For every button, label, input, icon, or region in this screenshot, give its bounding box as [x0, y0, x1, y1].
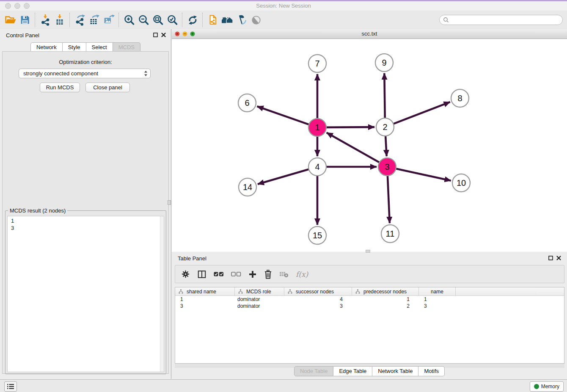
column-header-name[interactable]: name — [419, 287, 456, 295]
graph-node-2[interactable]: 2 — [376, 118, 394, 136]
close-panel-icon[interactable] — [161, 33, 166, 37]
column-header-shared-name[interactable]: shared name — [175, 287, 235, 295]
table-tabs: Node TableEdge TableNetwork TableMotifs — [172, 366, 567, 376]
graph-edge-2-3[interactable] — [385, 135, 387, 156]
network-window-titlebar[interactable]: scc.txt — [172, 29, 567, 39]
fit-content-icon[interactable] — [151, 13, 165, 27]
float-table-panel-icon[interactable] — [548, 256, 553, 260]
zoom-selected-icon[interactable] — [165, 13, 179, 27]
graph-edge-1-2[interactable] — [325, 127, 374, 127]
add-column-icon[interactable] — [248, 270, 257, 279]
mcds-result-item: 1 — [11, 217, 164, 224]
result-scrollbar[interactable] — [160, 216, 164, 372]
export-table-icon[interactable] — [87, 13, 102, 27]
graph-node-11[interactable]: 11 — [381, 225, 399, 243]
graph-node-6[interactable]: 6 — [238, 94, 256, 112]
table-cell[interactable]: 2 — [352, 303, 419, 309]
table-cell[interactable]: 3 — [284, 303, 352, 309]
table-cell[interactable]: dominator — [235, 296, 284, 303]
save-session-icon[interactable] — [18, 13, 32, 27]
tab-node-table[interactable]: Node Table — [294, 366, 334, 376]
table-cell[interactable]: 4 — [284, 296, 352, 303]
task-history-button[interactable] — [4, 381, 17, 392]
graph-node-label: 11 — [386, 229, 395, 238]
memory-button[interactable]: Memory — [530, 381, 564, 392]
tab-network-table[interactable]: Network Table — [372, 366, 418, 376]
search-input[interactable] — [449, 17, 559, 23]
export-image-icon[interactable] — [102, 13, 116, 27]
table-toolbar: f(x) — [175, 265, 564, 283]
select-all-checkboxes-icon[interactable] — [214, 271, 224, 277]
vertical-splitter-handle[interactable] — [168, 200, 171, 205]
graph-node-label: 6 — [245, 98, 249, 108]
table-cell[interactable]: 3 — [175, 303, 235, 309]
zoom-in-icon[interactable] — [122, 13, 136, 27]
column-header-MCDS-role[interactable]: MCDS role — [235, 287, 284, 295]
graph-node-9[interactable]: 9 — [375, 54, 393, 72]
mcds-result-item: 3 — [11, 224, 164, 232]
run-mcds-button[interactable]: Run MCDS — [40, 83, 80, 92]
node-table: shared nameMCDS rolesuccessor nodesprede… — [175, 287, 564, 364]
style-preview-icon[interactable] — [234, 13, 249, 27]
table-cell[interactable]: 1 — [352, 296, 419, 303]
graph-node-14[interactable]: 14 — [239, 178, 256, 196]
table-cell[interactable]: 1 — [175, 296, 235, 303]
graph-edge-3-1[interactable] — [327, 133, 381, 163]
network-canvas[interactable]: 7968124314101511 — [172, 39, 567, 252]
float-panel-icon[interactable] — [153, 33, 158, 37]
apply-function-icon: f(x) — [296, 270, 308, 279]
clone-network-icon[interactable] — [206, 13, 220, 27]
close-panel-button[interactable]: Close panel — [85, 83, 130, 92]
import-network-icon[interactable] — [38, 13, 52, 27]
graph-edge-3-11[interactable] — [388, 174, 390, 223]
graph-edge-2-9[interactable] — [384, 73, 385, 119]
graph-node-4[interactable]: 4 — [308, 158, 326, 176]
graph-node-label: 4 — [315, 162, 319, 171]
criterion-select[interactable]: strongly connected component — [19, 69, 151, 78]
deselect-all-checkboxes-icon[interactable] — [231, 271, 241, 277]
toolbar-separator — [35, 13, 36, 27]
window-title: Session: New Session — [0, 3, 567, 9]
settings-gear-icon[interactable] — [181, 270, 190, 279]
mcds-result-title: MCDS result (2 nodes) — [8, 207, 67, 214]
graph-node-15[interactable]: 15 — [308, 226, 326, 244]
column-header-predecessor-nodes[interactable]: predecessor nodes — [352, 287, 419, 295]
graph-node-label: 1 — [315, 123, 319, 132]
import-table-icon[interactable] — [52, 13, 67, 27]
graph-edge-2-8[interactable] — [392, 102, 450, 124]
graph-node-10[interactable]: 10 — [452, 174, 470, 192]
table-row[interactable]: 3dominator323 — [175, 303, 564, 309]
tab-edge-table[interactable]: Edge Table — [333, 366, 372, 376]
show-graphics-details-icon[interactable] — [249, 13, 263, 27]
table-panel-title: Table Panel — [178, 255, 206, 262]
graph-node-3[interactable]: 3 — [378, 158, 396, 176]
export-network-icon[interactable] — [73, 13, 87, 27]
table-cell[interactable]: 3 — [419, 303, 456, 309]
horizontal-splitter-handle[interactable] — [366, 250, 370, 253]
delete-column-icon[interactable] — [264, 270, 272, 279]
graph-node-label: 7 — [315, 59, 319, 68]
show-column-icon[interactable] — [197, 270, 206, 279]
tab-motifs[interactable]: Motifs — [418, 366, 445, 376]
graph-edge-4-14[interactable] — [258, 169, 310, 184]
toolbar-separator — [69, 13, 70, 27]
graph-node-8[interactable]: 8 — [451, 89, 469, 107]
main-toolbar — [0, 11, 567, 30]
graph-edge-1-6[interactable] — [257, 106, 310, 125]
table-panel: Table Panel — [172, 253, 567, 379]
graph-edge-3-10[interactable] — [395, 168, 451, 181]
column-label: shared name — [187, 289, 216, 295]
home-view-icon[interactable] — [220, 13, 234, 27]
graph-node-7[interactable]: 7 — [308, 55, 326, 72]
mcds-result-list[interactable]: 13 — [7, 216, 164, 372]
refresh-layout-icon[interactable] — [185, 13, 200, 27]
close-table-panel-icon[interactable] — [556, 256, 561, 260]
table-row[interactable]: 1dominator411 — [175, 296, 564, 303]
table-cell[interactable]: 1 — [419, 296, 456, 303]
table-cell[interactable]: dominator — [235, 303, 284, 309]
zoom-out-icon[interactable] — [136, 13, 151, 27]
graph-node-1[interactable]: 1 — [308, 119, 326, 136]
column-header-successor-nodes[interactable]: successor nodes — [284, 287, 352, 295]
open-folder-icon[interactable] — [3, 13, 18, 27]
toolbar-separator — [202, 13, 203, 27]
